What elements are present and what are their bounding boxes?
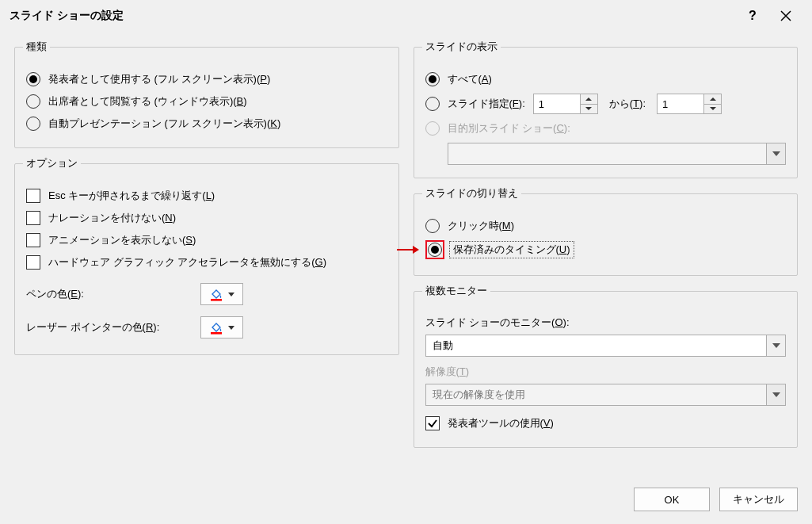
laser-color-row: レーザー ポインターの色(R): <box>26 313 387 342</box>
svg-rect-0 <box>211 299 222 301</box>
radio-label: クリック時(M) <box>448 219 515 233</box>
checkbox-icon <box>425 416 440 430</box>
radio-label: 自動プレゼンテーション (フル スクリーン表示)(K) <box>48 117 280 131</box>
radio-presenter[interactable]: 発表者として使用する (フル スクリーン表示)(P) <box>26 68 387 90</box>
radio-icon <box>425 219 440 233</box>
resolution-value: 現在の解像度を使用 <box>426 388 767 402</box>
resolution-label: 解像度(T) <box>425 365 787 379</box>
radio-icon <box>26 117 40 131</box>
range-to-value[interactable] <box>658 94 703 113</box>
radio-browse[interactable]: 出席者として閲覧する (ウィンドウ表示)(B) <box>26 90 387 113</box>
custom-show-dropdown <box>448 143 787 165</box>
pen-color-label: ペンの色(E): <box>26 287 193 301</box>
radio-range[interactable]: スライド指定(F): から(T): <box>425 90 787 117</box>
svg-rect-1 <box>211 332 222 335</box>
radio-manual[interactable]: クリック時(M) <box>425 215 787 237</box>
checkbox-hwgfx[interactable]: ハードウェア グラフィック アクセラレータを無効にする(G) <box>26 251 387 273</box>
group-show-type: 種類 発表者として使用する (フル スクリーン表示)(P) 出席者として閲覧する… <box>14 40 399 148</box>
radio-label: 目的別スライド ショー(C): <box>448 121 570 136</box>
checkbox-animation[interactable]: アニメーションを表示しない(S) <box>26 229 387 251</box>
checkbox-label: ハードウェア グラフィック アクセラレータを無効にする(G) <box>48 255 326 270</box>
radio-icon <box>425 72 440 86</box>
radio-label: すべて(A) <box>448 72 492 86</box>
paint-bucket-icon <box>209 287 223 301</box>
dialog-titlebar: スライド ショーの設定 ? <box>0 0 812 32</box>
spin-up[interactable] <box>581 94 597 104</box>
range-from-input[interactable] <box>533 94 598 114</box>
radio-icon <box>428 243 442 257</box>
radio-icon <box>425 97 440 111</box>
radio-kiosk[interactable]: 自動プレゼンテーション (フル スクリーン表示)(K) <box>26 113 387 135</box>
laser-color-label: レーザー ポインターの色(R): <box>26 320 193 335</box>
monitor-value: 自動 <box>426 338 767 353</box>
pen-color-button[interactable] <box>200 283 243 305</box>
checkbox-narration[interactable]: ナレーションを付けない(N) <box>26 207 387 229</box>
radio-icon <box>425 121 440 136</box>
legend-options: オプション <box>23 156 81 170</box>
checkbox-icon <box>26 233 40 247</box>
legend-show-type: 種類 <box>23 40 50 54</box>
range-from-value[interactable] <box>534 94 580 113</box>
monitor-label: スライド ショーのモニター(O): <box>425 316 787 330</box>
group-options: オプション Esc キーが押されるまで繰り返す(L) ナレーションを付けない(N… <box>14 156 399 355</box>
resolution-dropdown: 現在の解像度を使用 <box>425 384 787 406</box>
radio-icon <box>26 72 40 86</box>
spin-down[interactable] <box>581 104 597 114</box>
range-to-label: から(T): <box>609 97 646 111</box>
radio-label: 出席者として閲覧する (ウィンドウ表示)(B) <box>48 94 247 109</box>
checkbox-icon <box>26 211 40 225</box>
chevron-down-icon <box>228 326 234 330</box>
range-to-input[interactable] <box>657 94 722 114</box>
radio-label: スライド指定(F): <box>448 97 525 111</box>
legend-advance: スライドの切り替え <box>422 186 521 201</box>
ok-button[interactable]: OK <box>634 488 710 511</box>
chevron-down-icon <box>766 143 785 164</box>
laser-color-button[interactable] <box>200 316 243 338</box>
checkbox-icon <box>26 255 40 270</box>
help-button[interactable]: ? <box>736 2 769 30</box>
legend-show-slides: スライドの表示 <box>422 40 501 54</box>
radio-icon <box>26 94 40 109</box>
checkbox-label: Esc キーが押されるまで繰り返す(L) <box>48 189 215 203</box>
dialog-title: スライド ショーの設定 <box>10 9 736 23</box>
dialog-footer: OK キャンセル <box>634 488 798 511</box>
monitor-dropdown[interactable]: 自動 <box>425 335 787 357</box>
checkbox-presenter-view[interactable]: 発表者ツールの使用(V) <box>425 412 787 434</box>
radio-label: 保存済みのタイミング(U) <box>449 241 574 258</box>
legend-monitors: 複数モニター <box>422 284 490 298</box>
checkbox-loop[interactable]: Esc キーが押されるまで繰り返す(L) <box>26 185 387 207</box>
radio-custom-show: 目的別スライド ショー(C): <box>425 117 787 140</box>
spin-up[interactable] <box>704 94 721 104</box>
pen-color-row: ペンの色(E): <box>26 280 387 308</box>
chevron-down-icon <box>766 384 785 405</box>
annotation-arrow-icon <box>397 244 419 255</box>
radio-all[interactable]: すべて(A) <box>425 68 787 90</box>
checkbox-icon <box>26 189 40 203</box>
right-column: スライドの表示 すべて(A) スライド指定(F): から(T): <box>414 40 799 448</box>
checkbox-label: ナレーションを付けない(N) <box>48 211 176 225</box>
radio-timings[interactable]: 保存済みのタイミング(U) <box>425 237 787 262</box>
checkbox-label: アニメーションを表示しない(S) <box>48 233 196 247</box>
cancel-button[interactable]: キャンセル <box>719 488 798 511</box>
checkbox-label: 発表者ツールの使用(V) <box>448 416 554 430</box>
group-show-slides: スライドの表示 すべて(A) スライド指定(F): から(T): <box>414 40 799 178</box>
chevron-down-icon <box>228 293 234 296</box>
left-column: 種類 発表者として使用する (フル スクリーン表示)(P) 出席者として閲覧する… <box>14 40 399 448</box>
group-advance: スライドの切り替え クリック時(M) 保存済みのタイミング(U) <box>414 186 799 276</box>
group-monitors: 複数モニター スライド ショーのモニター(O): 自動 解像度(T) 現在の解像… <box>414 284 799 448</box>
spin-down[interactable] <box>704 104 721 114</box>
close-button[interactable] <box>769 2 802 30</box>
chevron-down-icon <box>766 335 785 356</box>
radio-label: 発表者として使用する (フル スクリーン表示)(P) <box>48 72 270 86</box>
dialog-content: 種類 発表者として使用する (フル スクリーン表示)(P) 出席者として閲覧する… <box>0 32 812 448</box>
paint-bucket-icon <box>209 320 223 335</box>
highlighted-radio <box>425 240 444 259</box>
